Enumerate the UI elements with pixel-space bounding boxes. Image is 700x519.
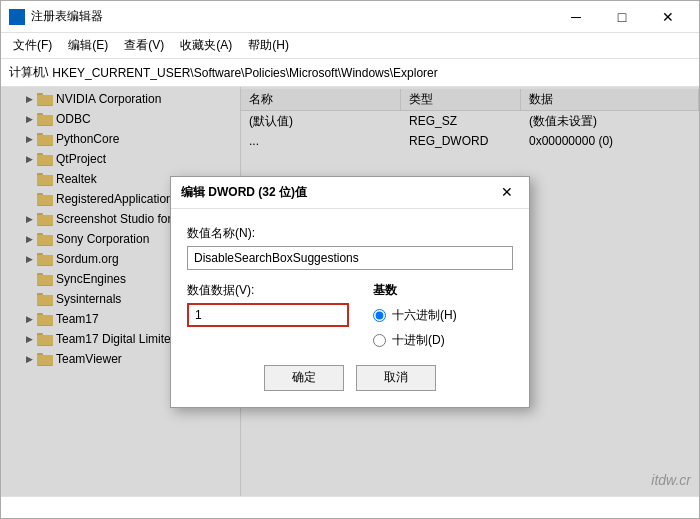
address-bar: 计算机\ HKEY_CURRENT_USER\Software\Policies… xyxy=(1,59,699,87)
dialog-right: 基数 十六进制(H) 十进制(D) xyxy=(373,282,513,349)
dialog-close-button[interactable]: ✕ xyxy=(495,180,519,204)
svg-rect-3 xyxy=(18,18,23,23)
svg-rect-1 xyxy=(18,11,23,16)
dialog-title-bar: 编辑 DWORD (32 位)值 ✕ xyxy=(171,177,529,209)
name-form-group: 数值名称(N): xyxy=(187,225,513,270)
edit-dword-dialog: 编辑 DWORD (32 位)值 ✕ 数值名称(N): 数值数据(V): xyxy=(170,176,530,408)
window-controls: ─ □ ✕ xyxy=(553,1,691,33)
name-label: 数值名称(N): xyxy=(187,225,513,242)
cancel-button[interactable]: 取消 xyxy=(356,365,436,391)
data-input[interactable] xyxy=(187,303,349,327)
menu-bar: 文件(F) 编辑(E) 查看(V) 收藏夹(A) 帮助(H) xyxy=(1,33,699,59)
radio-group-base: 十六进制(H) 十进制(D) xyxy=(373,307,513,349)
app-icon xyxy=(9,9,25,25)
main-content: ▶ NVIDIA Corporation ▶ ODBC xyxy=(1,87,699,496)
minimize-button[interactable]: ─ xyxy=(553,1,599,33)
dialog-title: 编辑 DWORD (32 位)值 xyxy=(181,184,495,201)
radio-dec-text: 十进制(D) xyxy=(392,332,445,349)
data-label: 数值数据(V): xyxy=(187,282,349,299)
radio-hex-label[interactable]: 十六进制(H) xyxy=(373,307,513,324)
menu-view[interactable]: 查看(V) xyxy=(116,35,172,56)
dialog-body: 数值名称(N): 数值数据(V): 基数 xyxy=(171,209,529,407)
radio-dec[interactable] xyxy=(373,334,386,347)
radio-hex-text: 十六进制(H) xyxy=(392,307,457,324)
menu-favorites[interactable]: 收藏夹(A) xyxy=(172,35,240,56)
base-label: 基数 xyxy=(373,282,513,299)
radio-hex[interactable] xyxy=(373,309,386,322)
ok-button[interactable]: 确定 xyxy=(264,365,344,391)
menu-edit[interactable]: 编辑(E) xyxy=(60,35,116,56)
menu-help[interactable]: 帮助(H) xyxy=(240,35,297,56)
window-title: 注册表编辑器 xyxy=(31,8,553,25)
radio-dec-label[interactable]: 十进制(D) xyxy=(373,332,513,349)
address-value: HKEY_CURRENT_USER\Software\Policies\Micr… xyxy=(52,66,691,80)
svg-rect-0 xyxy=(11,11,16,16)
address-label: 计算机\ xyxy=(9,64,48,81)
maximize-button[interactable]: □ xyxy=(599,1,645,33)
close-button[interactable]: ✕ xyxy=(645,1,691,33)
menu-file[interactable]: 文件(F) xyxy=(5,35,60,56)
dialog-buttons: 确定 取消 xyxy=(187,365,513,391)
title-bar: 注册表编辑器 ─ □ ✕ xyxy=(1,1,699,33)
status-bar xyxy=(1,496,699,518)
data-form-group: 数值数据(V): xyxy=(187,282,349,327)
registry-editor-window: 注册表编辑器 ─ □ ✕ 文件(F) 编辑(E) 查看(V) 收藏夹(A) 帮助… xyxy=(0,0,700,519)
dialog-left: 数值数据(V): xyxy=(187,282,349,349)
modal-overlay: 编辑 DWORD (32 位)值 ✕ 数值名称(N): 数值数据(V): xyxy=(1,87,699,496)
dialog-row-data-base: 数值数据(V): 基数 十六进制(H) xyxy=(187,282,513,349)
name-input[interactable] xyxy=(187,246,513,270)
svg-rect-2 xyxy=(11,18,16,23)
